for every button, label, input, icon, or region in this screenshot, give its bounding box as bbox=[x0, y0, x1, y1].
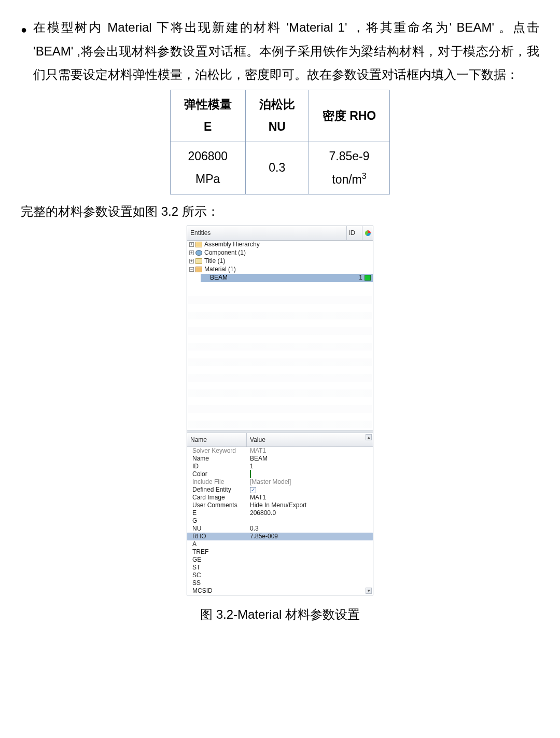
property-row[interactable]: MCSID bbox=[187, 587, 373, 595]
property-name: MCSID bbox=[187, 585, 247, 597]
tree-node-icon bbox=[195, 267, 202, 272]
bullet-marker: ● bbox=[21, 20, 27, 87]
tree-node-icon bbox=[195, 250, 202, 256]
tree-body[interactable]: +Assembly Hierarchy+Component (1)+Title … bbox=[187, 241, 373, 430]
td-e: 206800MPa bbox=[170, 142, 245, 194]
property-panel: ▴ Name Value Solver KeywordMAT1NameBEAMI… bbox=[187, 433, 373, 595]
th-nu: 泊松比NU bbox=[245, 90, 309, 142]
tree-item-id: 1 bbox=[349, 272, 365, 284]
th-e: 弹性模量E bbox=[170, 90, 245, 142]
pie-icon bbox=[365, 230, 371, 236]
bullet-item: ● 在模型树内 Material 下将出现新建的材料 'Material 1' … bbox=[21, 16, 539, 87]
tree-header: Entities ID bbox=[187, 226, 373, 241]
th-rho: 密度 RHO bbox=[309, 90, 390, 142]
tree-item-label: BEAM bbox=[209, 272, 349, 284]
property-value: 206800.0 bbox=[250, 509, 276, 517]
material-param-table: 弹性模量E 泊松比NU 密度 RHO 206800MPa 0.3 7.85e-9… bbox=[170, 90, 390, 194]
tree-header-color[interactable] bbox=[362, 226, 373, 240]
td-nu: 0.3 bbox=[245, 142, 309, 194]
td-rho: 7.85e-9 ton/m3 bbox=[309, 142, 390, 194]
tree-node-icon bbox=[195, 242, 202, 247]
tree-node-icon bbox=[195, 258, 202, 264]
color-swatch[interactable] bbox=[365, 275, 371, 281]
scroll-up-button[interactable]: ▴ bbox=[366, 434, 372, 440]
props-header-value[interactable]: Value bbox=[247, 433, 373, 447]
figure-caption: 图 3.2-Material 材料参数设置 bbox=[21, 603, 539, 626]
tree-header-entities[interactable]: Entities bbox=[187, 226, 347, 240]
hypermesh-screenshot: Entities ID +Assembly Hierarchy+Componen… bbox=[187, 226, 373, 596]
expand-icon[interactable]: + bbox=[189, 242, 194, 247]
bullet-text: 在模型树内 Material 下将出现新建的材料 'Material 1' ，将… bbox=[33, 16, 539, 87]
expand-icon[interactable]: + bbox=[189, 259, 194, 263]
tree-header-id[interactable]: ID bbox=[347, 226, 362, 240]
scroll-down-button[interactable]: ▾ bbox=[366, 588, 372, 594]
props-header-name[interactable]: Name bbox=[187, 433, 247, 447]
caption-line: 完整的材料参数设置如图 3.2 所示： bbox=[21, 200, 539, 224]
expand-icon[interactable]: + bbox=[189, 250, 194, 255]
tree-item-beam[interactable]: BEAM 1 bbox=[201, 274, 373, 282]
property-value: 7.85e-009 bbox=[250, 533, 278, 540]
collapse-icon[interactable]: − bbox=[189, 267, 194, 272]
